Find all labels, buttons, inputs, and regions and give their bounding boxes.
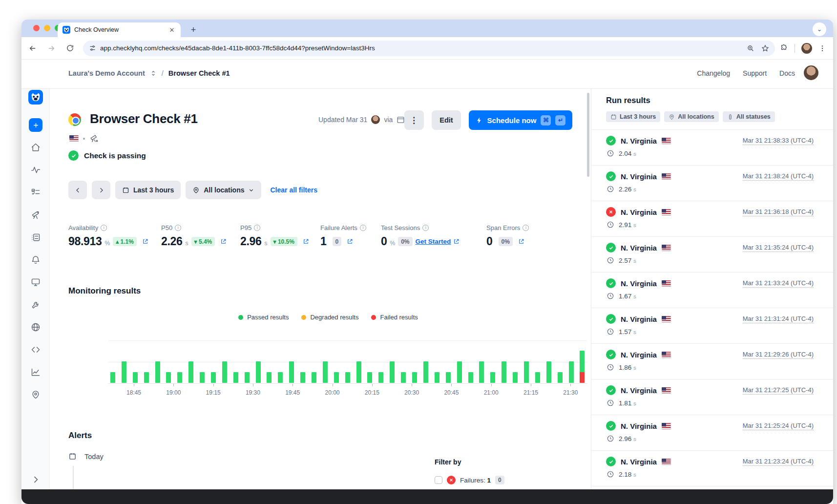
run-timestamp-link[interactable]: Mar 31 21:29:26 (UTC-4) bbox=[743, 351, 814, 359]
run-result-row[interactable]: N. Virginia Mar 31 21:33:24 (UTC-4) 1.67… bbox=[591, 273, 833, 308]
chart-bar[interactable] bbox=[401, 372, 406, 383]
run-timestamp-link[interactable]: Mar 31 21:23:24 (UTC-4) bbox=[743, 458, 814, 466]
run-result-row[interactable]: N. Virginia Mar 31 21:35:24 (UTC-4) 2.57… bbox=[591, 237, 833, 273]
chart-bar[interactable] bbox=[133, 372, 138, 383]
chart-bar[interactable] bbox=[110, 372, 115, 383]
chart-bar[interactable] bbox=[233, 372, 238, 383]
run-result-row[interactable]: N. Virginia Mar 31 21:29:26 (UTC-4) 1.86… bbox=[591, 344, 833, 379]
chart-bar[interactable] bbox=[435, 372, 439, 383]
info-icon[interactable]: i bbox=[360, 225, 366, 231]
new-tab-button[interactable]: + bbox=[188, 24, 199, 36]
failures-checkbox[interactable] bbox=[435, 476, 442, 484]
time-filter-button[interactable]: Last 3 hours bbox=[115, 181, 181, 199]
chart-bar[interactable] bbox=[334, 372, 339, 383]
sidebar-item-home[interactable] bbox=[31, 143, 41, 152]
chart-bar[interactable] bbox=[580, 351, 585, 383]
chart-bar[interactable] bbox=[558, 372, 563, 383]
chart-bar[interactable] bbox=[211, 372, 216, 383]
back-button[interactable] bbox=[25, 41, 40, 56]
chart-bar[interactable] bbox=[256, 361, 261, 383]
sidebar-item-code-brackets[interactable] bbox=[31, 345, 41, 355]
close-window-button[interactable] bbox=[33, 25, 40, 31]
run-result-row[interactable]: N. Virginia Mar 31 21:38:33 (UTC-4) 2.04… bbox=[591, 130, 833, 166]
sidebar-item-bell[interactable] bbox=[31, 255, 41, 265]
sidebar-item-list-box[interactable] bbox=[31, 232, 41, 242]
sidebar-item-telescope[interactable] bbox=[31, 210, 41, 220]
chart-bar[interactable] bbox=[479, 361, 484, 383]
chart-bar[interactable] bbox=[446, 372, 451, 383]
sidebar-item-chart-line[interactable] bbox=[31, 367, 41, 377]
nav-changelog[interactable]: Changelog bbox=[697, 69, 730, 77]
chart-bar[interactable] bbox=[356, 361, 361, 383]
next-window-button[interactable] bbox=[92, 181, 110, 199]
extensions-icon[interactable] bbox=[780, 44, 788, 52]
more-options-button[interactable]: ⋮ bbox=[404, 110, 424, 130]
chart-bar[interactable] bbox=[513, 372, 518, 383]
sidebar-item-checklist[interactable] bbox=[31, 188, 41, 197]
chart-bar[interactable] bbox=[378, 372, 383, 383]
nav-docs[interactable]: Docs bbox=[779, 69, 795, 77]
run-result-row[interactable]: N. Virginia Mar 31 21:38:24 (UTC-4) 2.26… bbox=[591, 166, 833, 201]
run-timestamp-link[interactable]: Mar 31 21:27:25 (UTC-4) bbox=[743, 386, 814, 395]
chart-bar[interactable] bbox=[278, 372, 283, 383]
get-started-link[interactable] bbox=[300, 238, 309, 245]
tab-search-chevron-icon[interactable]: ⌄ bbox=[813, 22, 826, 36]
zoom-icon[interactable] bbox=[747, 44, 754, 52]
chart-bar[interactable] bbox=[245, 372, 250, 383]
locations-filter-button[interactable]: All locations bbox=[186, 181, 261, 199]
chart-bar[interactable] bbox=[468, 372, 473, 383]
sidebar-item-map-pin[interactable] bbox=[31, 390, 41, 399]
nav-support[interactable]: Support bbox=[743, 69, 767, 77]
chart-bar[interactable] bbox=[300, 372, 305, 383]
minimize-window-button[interactable] bbox=[44, 25, 50, 31]
edit-button[interactable]: Edit bbox=[432, 110, 461, 130]
chart-bar[interactable] bbox=[345, 372, 350, 383]
chart-bar[interactable] bbox=[267, 372, 272, 383]
chart-bar[interactable] bbox=[289, 361, 294, 383]
chart-bar[interactable] bbox=[312, 372, 316, 383]
chart-bar[interactable] bbox=[166, 372, 171, 383]
run-timestamp-link[interactable]: Mar 31 21:35:24 (UTC-4) bbox=[743, 244, 814, 252]
clear-filters-link[interactable]: Clear all filters bbox=[270, 186, 317, 194]
chart-bar[interactable] bbox=[122, 361, 126, 383]
run-timestamp-link[interactable]: Mar 31 21:31:24 (UTC-4) bbox=[743, 315, 814, 323]
info-icon[interactable]: i bbox=[175, 225, 181, 231]
get-started-link[interactable]: Get Started bbox=[416, 238, 460, 245]
chart-bar[interactable] bbox=[412, 372, 417, 383]
browser-tab[interactable]: Check Overview ✕ bbox=[58, 22, 181, 37]
info-icon[interactable]: i bbox=[254, 225, 260, 231]
chart-bar[interactable] bbox=[390, 361, 395, 383]
checkly-logo[interactable] bbox=[28, 90, 43, 105]
address-bar[interactable]: app.checklyhq.com/checks/e45dacab-8de1-4… bbox=[83, 41, 775, 56]
chart-bar[interactable] bbox=[155, 361, 160, 383]
sidebar-item-monitor[interactable] bbox=[31, 277, 41, 287]
browser-profile-avatar[interactable] bbox=[801, 43, 812, 54]
user-avatar[interactable] bbox=[804, 65, 818, 80]
run-result-row[interactable]: N. Virginia Mar 31 21:27:25 (UTC-4) 1.81… bbox=[591, 379, 833, 415]
chart-bar[interactable] bbox=[457, 361, 462, 383]
chart-bar[interactable] bbox=[524, 361, 529, 383]
chart-bar[interactable] bbox=[502, 361, 506, 383]
run-timestamp-link[interactable]: Mar 31 21:38:33 (UTC-4) bbox=[743, 137, 814, 145]
prev-window-button[interactable] bbox=[68, 181, 87, 199]
schedule-now-button[interactable]: Schedule now ⌘ ↵ bbox=[469, 110, 572, 130]
run-result-row[interactable]: N. Virginia Mar 31 21:23:24 (UTC-4) 2.18… bbox=[591, 451, 833, 486]
bookmark-star-icon[interactable] bbox=[761, 44, 769, 52]
chart-bar[interactable] bbox=[200, 372, 205, 383]
create-new-button[interactable] bbox=[29, 118, 42, 132]
run-result-row[interactable]: N. Virginia Mar 31 21:25:24 (UTC-4) 2.96… bbox=[591, 415, 833, 451]
url-text[interactable]: app.checklyhq.com/checks/e45dacab-8de1-4… bbox=[100, 44, 743, 52]
run-timestamp-link[interactable]: Mar 31 21:25:24 (UTC-4) bbox=[743, 422, 814, 430]
reload-button[interactable] bbox=[63, 41, 77, 56]
chart-bar[interactable] bbox=[569, 361, 574, 383]
get-started-link[interactable] bbox=[140, 238, 148, 245]
chart-bar[interactable] bbox=[144, 372, 149, 383]
account-selector-icon[interactable] bbox=[150, 70, 157, 77]
tab-close-icon[interactable]: ✕ bbox=[168, 26, 176, 34]
get-started-link[interactable] bbox=[516, 238, 524, 245]
info-icon[interactable]: i bbox=[101, 225, 107, 231]
run-result-row[interactable]: N. Virginia Mar 31 21:31:24 (UTC-4) 1.57… bbox=[591, 308, 833, 344]
run-timestamp-link[interactable]: Mar 31 21:38:24 (UTC-4) bbox=[743, 172, 814, 181]
chart-bar[interactable] bbox=[367, 372, 372, 383]
chart-bar[interactable] bbox=[535, 372, 540, 383]
